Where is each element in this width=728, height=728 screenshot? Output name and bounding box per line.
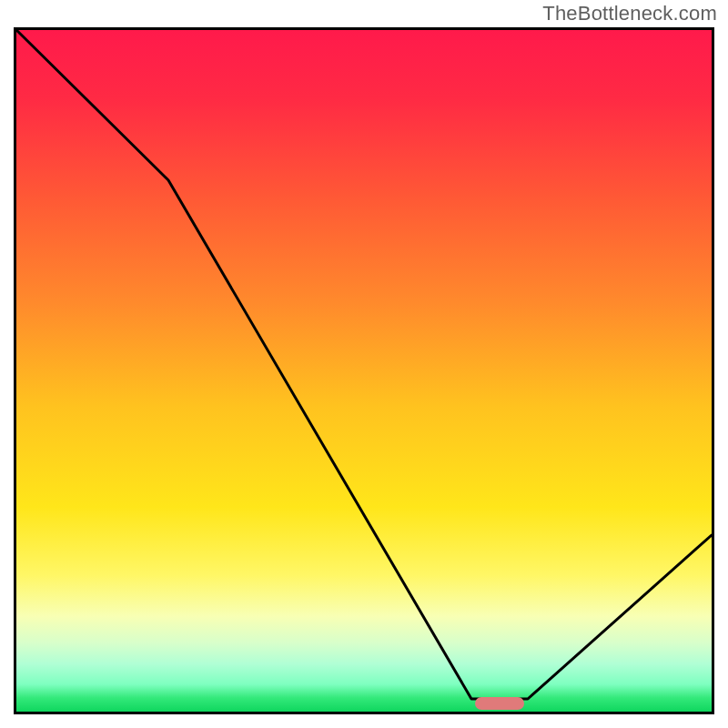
chart-stage: TheBottleneck.com	[0, 0, 728, 728]
watermark-text: TheBottleneck.com	[542, 2, 717, 25]
curve-path	[16, 30, 712, 699]
optimal-marker	[475, 697, 523, 710]
plot-area	[14, 27, 714, 714]
bottleneck-curve	[16, 30, 712, 712]
